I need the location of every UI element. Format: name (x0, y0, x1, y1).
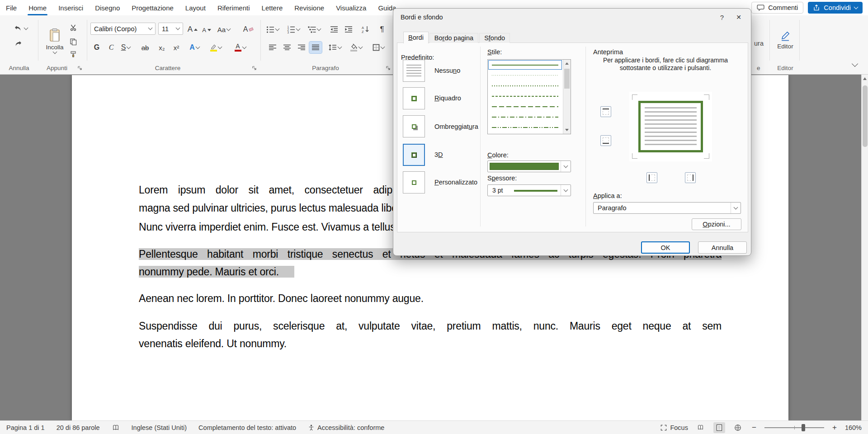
sort-button[interactable]: AZ (359, 24, 372, 35)
bullets-button[interactable] (264, 24, 281, 35)
zoom-in-button[interactable]: + (831, 423, 838, 432)
subscript-button[interactable]: x₂ (156, 42, 168, 53)
font-color-button[interactable]: A (231, 42, 250, 53)
carattere-dialog-launcher[interactable] (251, 65, 257, 71)
web-layout-button[interactable] (732, 422, 744, 433)
dialog-tab-bordo-pagina[interactable]: Bordo pagina (429, 33, 478, 43)
font-size-combo[interactable]: 11 (158, 23, 183, 35)
change-case-button[interactable]: Aa (215, 24, 232, 35)
preset-nessuno[interactable]: Nessuno (403, 60, 477, 85)
left-border-toggle[interactable] (646, 172, 657, 183)
preset-3d[interactable]: 3D (403, 144, 477, 169)
dialog-close-button[interactable]: ✕ (733, 12, 745, 22)
zoom-slider-thumb[interactable] (802, 424, 805, 431)
zoom-slider[interactable] (764, 427, 824, 428)
dialog-tab-sfondo[interactable]: Sfondo (479, 33, 510, 43)
italic-button[interactable]: C (106, 42, 117, 53)
read-mode-button[interactable] (695, 422, 707, 433)
collapse-ribbon-chevron-icon[interactable] (852, 61, 858, 67)
text-prediction-status[interactable]: Completamento del testo: attivato (198, 424, 296, 431)
right-border-toggle[interactable] (685, 172, 696, 183)
copy-button[interactable] (68, 36, 79, 47)
tab-revisione[interactable]: Revisione (288, 0, 330, 15)
clear-formatting-button[interactable]: A (241, 24, 255, 35)
language-indicator[interactable]: Inglese (Stati Uniti) (132, 424, 187, 431)
preset-personalizzato[interactable]: Personalizzato (403, 171, 477, 197)
style-option-dashed-short[interactable] (488, 91, 562, 101)
style-option-dotted-fine[interactable] (488, 70, 562, 80)
scroll-down-arrow-icon[interactable] (565, 129, 569, 131)
line-spacing-button[interactable] (326, 42, 344, 53)
cancel-button[interactable]: Annulla (698, 241, 747, 254)
numbering-button[interactable]: 123 (285, 24, 302, 35)
style-option-dashed[interactable] (488, 101, 562, 112)
cut-button[interactable] (68, 23, 79, 33)
align-right-button[interactable] (296, 42, 307, 53)
tab-riferimenti[interactable]: Riferimenti (212, 0, 256, 15)
borders-button[interactable] (369, 42, 388, 53)
accessibility-status[interactable]: Accessibilità: conforme (308, 424, 384, 431)
scrollbar-thumb[interactable] (863, 85, 868, 147)
bottom-border-toggle[interactable] (600, 135, 611, 146)
style-option-solid[interactable] (488, 60, 562, 70)
justify-button[interactable] (309, 42, 322, 53)
appunti-dialog-launcher[interactable] (77, 65, 83, 71)
border-style-list[interactable] (487, 59, 571, 134)
share-button[interactable]: Condividi (808, 2, 863, 14)
proofing-status[interactable] (112, 424, 120, 431)
decrease-indent-button[interactable] (328, 24, 340, 35)
comments-button[interactable]: Commenti (751, 2, 803, 14)
style-option-dash-dot[interactable] (488, 112, 562, 122)
border-color-dropdown[interactable] (487, 160, 571, 172)
print-layout-button[interactable] (713, 422, 725, 433)
increase-indent-button[interactable] (343, 24, 354, 35)
document-line[interactable]: Aenean nec lorem. In porttitor. Donec la… (139, 289, 722, 307)
redo-button[interactable] (11, 38, 24, 50)
format-painter-button[interactable] (68, 49, 79, 60)
text-effects-button[interactable]: A (186, 42, 203, 53)
page-indicator[interactable]: Pagina 1 di 1 (6, 424, 45, 431)
style-option-dash-dot-dot[interactable] (488, 122, 562, 132)
tab-layout[interactable]: Layout (179, 0, 212, 15)
focus-mode-button[interactable]: Focus (660, 424, 688, 431)
paragrafo-dialog-launcher[interactable] (385, 65, 391, 71)
tab-file[interactable]: File (0, 0, 23, 15)
word-count[interactable]: 20 di 86 parole (57, 424, 100, 431)
border-preview-diagram[interactable] (629, 92, 712, 161)
bold-button[interactable]: G (91, 42, 102, 53)
dictation-button-fragment[interactable]: ura (754, 40, 764, 47)
dialog-tab-bordi[interactable]: Bordi (403, 32, 429, 43)
strikethrough-button[interactable]: ab (138, 42, 152, 53)
options-button[interactable]: Opzioni... (692, 218, 741, 230)
show-formatting-button[interactable]: ¶ (376, 24, 388, 35)
scrollbar-thumb[interactable] (564, 69, 570, 89)
border-width-dropdown[interactable]: 3 pt (487, 184, 571, 196)
top-border-toggle[interactable] (600, 106, 611, 117)
tab-visualizza[interactable]: Visualizza (330, 0, 372, 15)
superscript-button[interactable]: x² (170, 42, 183, 53)
undo-button[interactable] (11, 23, 31, 34)
shading-button[interactable] (346, 42, 365, 53)
shrink-font-button[interactable]: A (201, 24, 212, 35)
font-name-combo[interactable]: Calibri (Corpo) (90, 23, 156, 35)
zoom-out-button[interactable]: − (750, 423, 758, 432)
tab-home[interactable]: Home (23, 0, 52, 15)
tab-disegno[interactable]: Disegno (89, 0, 126, 15)
preset-ombreggiatura[interactable]: Ombreggiatura (403, 115, 477, 141)
dialog-help-button[interactable]: ? (717, 12, 727, 22)
ok-button[interactable]: OK (641, 241, 690, 254)
underline-button[interactable]: S (118, 42, 134, 53)
tab-progettazione[interactable]: Progettazione (126, 0, 179, 15)
tab-lettere[interactable]: Lettere (256, 0, 289, 15)
highlight-color-button[interactable] (206, 42, 225, 53)
paste-button[interactable]: Incolla (44, 20, 65, 61)
multilevel-list-button[interactable] (306, 24, 323, 35)
preset-riquadro[interactable]: Riquadro (403, 87, 477, 113)
style-option-dotted[interactable] (488, 80, 562, 91)
scroll-up-arrow-icon[interactable] (863, 77, 867, 80)
zoom-level[interactable]: 160% (845, 424, 862, 431)
document-line[interactable]: Suspendisse dui purus, scelerisque at, v… (139, 317, 722, 335)
editor-button[interactable]: Editor (772, 19, 798, 61)
align-center-button[interactable] (281, 42, 293, 53)
scroll-up-arrow-icon[interactable] (565, 62, 569, 65)
